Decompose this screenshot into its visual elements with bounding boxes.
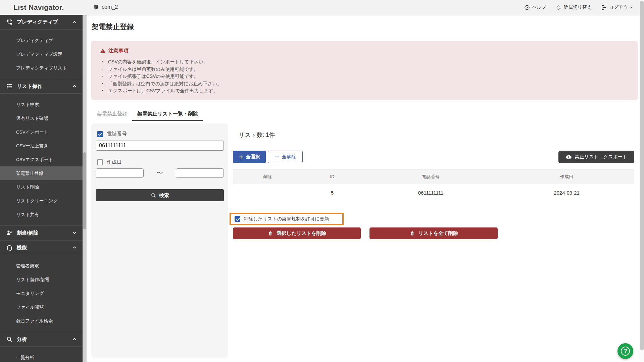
table-row: 5 0611111111 2024-03-21 — [233, 184, 634, 201]
chevron-up-icon — [72, 337, 77, 342]
sidebar-item-file-view[interactable]: ファイル閲覧 — [0, 300, 83, 314]
range-separator: 〜 — [144, 169, 176, 177]
list-icon — [6, 83, 13, 90]
sidebar-item-recording-search[interactable]: 録音ファイル検索 — [0, 314, 83, 328]
sidebar-section-label: リスト操作 — [17, 83, 68, 90]
col-header-created: 作成日 — [499, 174, 634, 180]
logout-icon — [601, 5, 607, 10]
sidebar-section-list-ops[interactable]: リスト操作 — [0, 79, 83, 94]
date-filter-label: 作成日 — [107, 159, 122, 165]
notice-item: ・ファイル拡張子はCSVのみ使用可能です。 — [100, 73, 629, 80]
sidebar-item-predictive[interactable]: プレディクティブ — [0, 34, 83, 47]
chevron-up-icon — [72, 245, 77, 250]
sidebar-section-predictive[interactable]: プレディクティブ — [0, 15, 83, 30]
sidebar-list-functions: 管理者架電 リスト製作/架電 モニタリング ファイル閲覧 録音ファイル検索 — [0, 255, 83, 332]
svg-text:?: ? — [526, 6, 528, 9]
notice-item: ・「個別登録」は空白での追加は絶対にお止め下さい。 — [100, 80, 629, 88]
sidebar-item-csv-import[interactable]: CSVインポート — [0, 125, 83, 139]
date-from-input[interactable] — [96, 168, 144, 178]
chevron-up-icon — [72, 84, 77, 89]
sidebar-section-label: 割当/解除 — [17, 230, 68, 236]
notice-title: 注意事項 — [108, 48, 129, 54]
help-menu-item[interactable]: ? ヘルプ — [524, 4, 546, 10]
date-filter-checkbox[interactable] — [97, 159, 103, 165]
sidebar-section-label: 分析 — [17, 336, 68, 343]
question-icon: ? — [621, 347, 630, 356]
sidebar-item-list-cleaning[interactable]: リストクリーニング — [0, 194, 83, 208]
sidebar-section-label: プレディクティブ — [17, 19, 68, 25]
help-circle-icon: ? — [524, 5, 530, 10]
delete-all-button[interactable]: リストを全て削除 — [369, 227, 498, 239]
tab-bar: 架電禁止登録 架電禁止リスト一覧・削除 — [92, 108, 203, 121]
sidebar-list-list-ops: リスト検索 保有リスト確認 CSVインポート CSV一括上書き CSVエクスポー… — [0, 94, 83, 225]
notice-list: ・CSVの内容を確認後、インポートして下さい。 ・ファイル名は半角英数のみ使用可… — [100, 58, 629, 95]
sidebar-item-call-block-register[interactable]: 架電禁止登録 — [0, 166, 83, 180]
tab-call-block-register[interactable]: 架電禁止登録 — [92, 108, 132, 121]
search-button[interactable]: 検索 — [96, 189, 224, 201]
sidebar-item-list-delete[interactable]: リスト削除 — [0, 180, 83, 194]
page-title: 架電禁止登録 — [92, 22, 134, 32]
col-header-phone: 電話番号 — [362, 174, 499, 180]
sidebar-item-predictive-list[interactable]: プレディクティブリスト — [0, 61, 83, 75]
chevron-down-icon — [72, 230, 77, 236]
date-filter-row: 作成日 — [97, 159, 228, 165]
select-all-button[interactable]: 全選択 — [233, 151, 266, 163]
sidebar-item-csv-export[interactable]: CSVエクスポート — [0, 153, 83, 166]
update-permission-label: 削除したリストの架電規制を許可に更新 — [244, 216, 329, 222]
notice-item: ・CSVの内容を確認後、インポートして下さい。 — [100, 58, 629, 66]
sidebar-section-analysis[interactable]: 分析 — [0, 332, 83, 347]
notice-title-row: 注意事項 — [100, 48, 629, 54]
tab-call-block-list-delete[interactable]: 架電禁止リスト一覧・削除 — [132, 108, 203, 121]
sidebar-section-assign[interactable]: 割当/解除 — [0, 225, 83, 240]
sidebar-item-summary-analysis[interactable]: 一覧分析 — [0, 351, 83, 362]
phone-number-input[interactable] — [96, 141, 224, 151]
sidebar-item-list-share[interactable]: リスト共有 — [0, 208, 83, 221]
table-header-row: 削除 ID 電話番号 作成日 — [233, 169, 634, 184]
sidebar-item-list-create-call[interactable]: リスト製作/架電 — [0, 273, 83, 287]
page-scrollbar-thumb[interactable] — [640, 1, 644, 350]
sidebar: プレディクティブ プレディクティブ プレディクティブ設定 プレディクティブリスト… — [0, 15, 83, 362]
help-label: ヘルプ — [532, 4, 546, 10]
sidebar-scrollbar-thumb[interactable] — [83, 152, 86, 229]
workspace-selector[interactable]: com_2 — [93, 4, 118, 10]
sidebar-item-predictive-settings[interactable]: プレディクティブ設定 — [0, 47, 83, 61]
export-blocked-list-button[interactable]: 禁止リストエクスポート — [558, 151, 634, 163]
phone-filter-checkbox[interactable] — [97, 131, 103, 137]
sidebar-list-predictive: プレディクティブ プレディクティブ設定 プレディクティブリスト — [0, 30, 83, 79]
trash-icon — [409, 230, 415, 236]
app-window: List Navigator. com_2 ? ヘルプ 所属切り替え — [0, 0, 644, 362]
sidebar-item-admin-call[interactable]: 管理者架電 — [0, 259, 83, 273]
filter-panel: 電話番号 作成日 〜 検索 — [91, 123, 228, 358]
row-created: 2024-03-21 — [499, 190, 634, 196]
user-check-icon — [6, 229, 13, 236]
page-scrollbar[interactable] — [639, 0, 644, 362]
row-id: 5 — [302, 190, 362, 196]
date-to-input[interactable] — [176, 168, 224, 178]
help-fab-button[interactable]: ? — [617, 343, 633, 359]
notice-item: ・エクスポートは、CSVファイルで全件出力します。 — [100, 87, 629, 95]
phone-filter-label: 電話番号 — [107, 131, 127, 137]
switch-org-menu-item[interactable]: 所属切り替え — [556, 4, 592, 10]
col-header-id: ID — [302, 174, 362, 179]
notice-box: 注意事項 ・CSVの内容を確認後、インポートして下さい。 ・ファイル名は半角英数… — [91, 41, 638, 100]
delete-selected-button[interactable]: 選択したリストを削除 — [233, 227, 361, 239]
search-icon — [151, 193, 156, 198]
cube-icon — [93, 4, 99, 10]
logout-label: ログアウト — [609, 4, 633, 10]
update-permission-checkbox[interactable] — [235, 216, 240, 222]
sidebar-section-functions[interactable]: 機能 — [0, 240, 83, 255]
logout-menu-item[interactable]: ログアウト — [601, 4, 633, 10]
chevron-up-icon — [72, 19, 77, 25]
list-count: リスト数: 1件 — [239, 131, 275, 139]
sidebar-scrollbar[interactable] — [83, 15, 87, 362]
minus-icon — [275, 154, 280, 159]
topbar: List Navigator. com_2 ? ヘルプ 所属切り替え — [0, 0, 639, 15]
sidebar-item-monitoring[interactable]: モニタリング — [0, 287, 83, 300]
date-range-row: 〜 — [96, 168, 224, 178]
cloud-download-icon — [565, 154, 572, 160]
sidebar-item-list-search[interactable]: リスト検索 — [0, 98, 83, 111]
deselect-all-button[interactable]: 全解除 — [268, 151, 303, 163]
sidebar-item-owned-lists[interactable]: 保有リスト確認 — [0, 111, 83, 125]
sidebar-item-csv-overwrite[interactable]: CSV一括上書き — [0, 139, 83, 153]
switch-org-label: 所属切り替え — [563, 4, 592, 10]
